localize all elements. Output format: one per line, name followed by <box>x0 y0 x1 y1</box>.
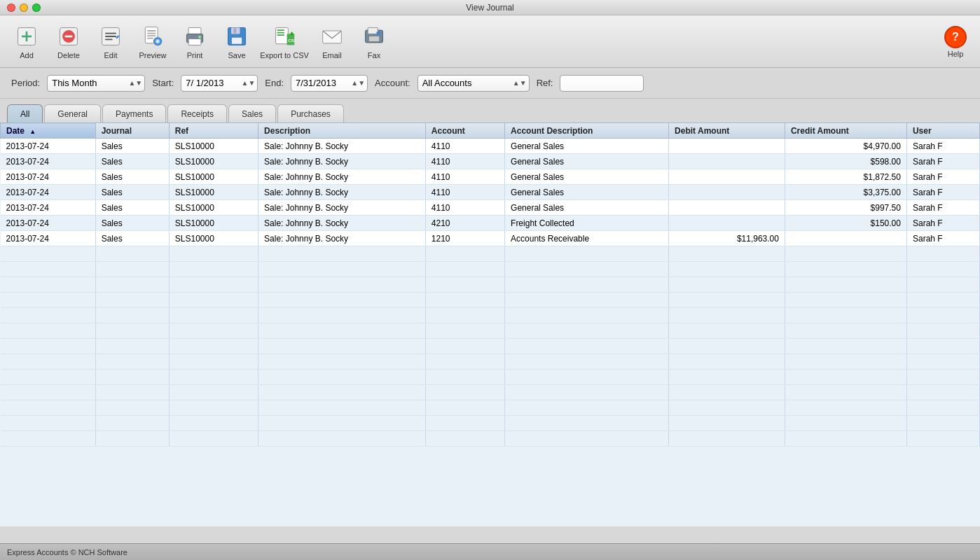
col-date[interactable]: Date ▲ <box>1 123 96 139</box>
col-journal[interactable]: Journal <box>95 123 169 139</box>
account-select[interactable]: All Accounts General Sales Purchases <box>417 75 530 92</box>
period-select[interactable]: This Month Last Month This Year Last Yea… <box>47 75 145 92</box>
svg-point-22 <box>198 36 201 38</box>
svg-rect-26 <box>234 28 237 33</box>
sort-arrow-date: ▲ <box>29 128 36 135</box>
svg-rect-14 <box>147 35 156 36</box>
delete-button[interactable]: Delete <box>49 20 88 62</box>
table-row[interactable]: 2013-07-24SalesSLS10000Sale: Johnny B. S… <box>1 139 980 154</box>
help-label: Help <box>948 50 964 58</box>
col-ref[interactable]: Ref <box>169 123 258 139</box>
close-button[interactable] <box>7 4 15 12</box>
table-row[interactable]: 2013-07-24SalesSLS10000Sale: Johnny B. S… <box>1 200 980 216</box>
email-button[interactable]: Email <box>312 20 352 62</box>
svg-rect-28 <box>277 29 284 31</box>
table-row[interactable] <box>1 400 980 416</box>
table-row[interactable] <box>1 370 980 385</box>
print-label: Print <box>187 51 203 59</box>
add-icon <box>14 24 39 49</box>
maximize-button[interactable] <box>32 4 41 12</box>
col-account-description[interactable]: Account Description <box>505 123 669 139</box>
edit-button[interactable]: Edit <box>91 20 130 62</box>
svg-rect-9 <box>105 38 113 40</box>
table-row[interactable] <box>1 339 980 354</box>
svg-rect-8 <box>105 36 116 37</box>
table-row[interactable]: 2013-07-24SalesSLS10000Sale: Johnny B. S… <box>1 169 980 185</box>
col-account[interactable]: Account <box>425 123 504 139</box>
account-label: Account: <box>375 78 410 88</box>
table-row[interactable] <box>1 354 980 370</box>
add-label: Add <box>20 51 34 59</box>
toolbar: Add Delete Edit <box>0 15 980 68</box>
preview-button[interactable]: Preview <box>133 20 172 62</box>
col-description[interactable]: Description <box>258 123 426 139</box>
col-credit-amount[interactable]: Credit Amount <box>785 123 906 139</box>
col-user[interactable]: User <box>906 123 979 139</box>
email-label: Email <box>322 51 342 59</box>
delete-label: Delete <box>57 51 80 59</box>
window-controls <box>7 4 41 12</box>
table-row[interactable]: 2013-07-24SalesSLS10000Sale: Johnny B. S… <box>1 185 980 200</box>
export-csv-icon: CSV <box>272 24 297 49</box>
add-button[interactable]: Add <box>7 20 46 62</box>
tab-receipts[interactable]: Receipts <box>167 104 227 122</box>
fax-icon <box>361 24 387 49</box>
start-label: Start: <box>152 78 174 88</box>
table-row[interactable] <box>1 246 980 262</box>
table-row[interactable]: 2013-07-24SalesSLS10000Sale: Johnny B. S… <box>1 154 980 169</box>
svg-marker-33 <box>289 31 294 34</box>
svg-rect-21 <box>188 38 201 45</box>
tab-purchases[interactable]: Purchases <box>277 104 344 122</box>
export-csv-button[interactable]: CSV Export to CSV <box>259 20 310 62</box>
svg-rect-36 <box>368 27 378 34</box>
edit-icon <box>98 24 123 49</box>
save-icon <box>224 24 249 49</box>
svg-text:?: ? <box>952 31 959 43</box>
svg-rect-15 <box>147 37 153 38</box>
email-icon <box>319 24 345 49</box>
window-title: View Journal <box>466 3 513 13</box>
table-row[interactable] <box>1 385 980 400</box>
tab-all[interactable]: All <box>7 104 43 122</box>
tab-sales[interactable]: Sales <box>228 104 276 122</box>
svg-rect-13 <box>147 32 156 34</box>
table-row[interactable] <box>1 308 980 323</box>
svg-rect-37 <box>369 36 379 41</box>
ref-input[interactable] <box>560 75 644 92</box>
tab-payments[interactable]: Payments <box>102 104 166 122</box>
table-row[interactable]: 2013-07-24SalesSLS10000Sale: Johnny B. S… <box>1 216 980 231</box>
help-button[interactable]: ? Help <box>938 20 973 62</box>
save-label: Save <box>228 51 245 59</box>
export-csv-label: Export to CSV <box>260 51 309 59</box>
table-row[interactable] <box>1 262 980 277</box>
svg-rect-25 <box>232 37 242 43</box>
end-date-input[interactable] <box>291 75 368 92</box>
start-date-input[interactable] <box>181 75 258 92</box>
journal-table: Date ▲ Journal Ref Description Account A… <box>0 122 980 447</box>
table-row[interactable] <box>1 416 980 431</box>
fax-button[interactable]: Fax <box>354 20 394 62</box>
svg-rect-7 <box>105 32 116 34</box>
print-button[interactable]: Print <box>175 20 214 62</box>
print-icon <box>182 24 207 49</box>
ref-label: Ref: <box>537 78 553 88</box>
end-label: End: <box>265 78 284 88</box>
table-row[interactable] <box>1 431 980 447</box>
tab-general[interactable]: General <box>44 104 101 122</box>
table-row[interactable] <box>1 293 980 308</box>
svg-point-18 <box>156 40 159 43</box>
fax-label: Fax <box>368 51 380 59</box>
table-row[interactable] <box>1 323 980 339</box>
save-button[interactable]: Save <box>217 20 256 62</box>
filter-bar: Period: This Month Last Month This Year … <box>0 68 980 99</box>
delete-icon <box>56 24 81 49</box>
table-header-row: Date ▲ Journal Ref Description Account A… <box>1 123 980 139</box>
svg-rect-12 <box>147 30 156 31</box>
col-debit-amount[interactable]: Debit Amount <box>669 123 785 139</box>
start-date-wrapper: ▲▼ <box>181 75 258 92</box>
table-row[interactable] <box>1 277 980 293</box>
table-row[interactable]: 2013-07-24SalesSLS10000Sale: Johnny B. S… <box>1 231 980 246</box>
minimize-button[interactable] <box>20 4 28 12</box>
help-icon: ? <box>943 24 968 50</box>
svg-rect-38 <box>377 31 380 34</box>
